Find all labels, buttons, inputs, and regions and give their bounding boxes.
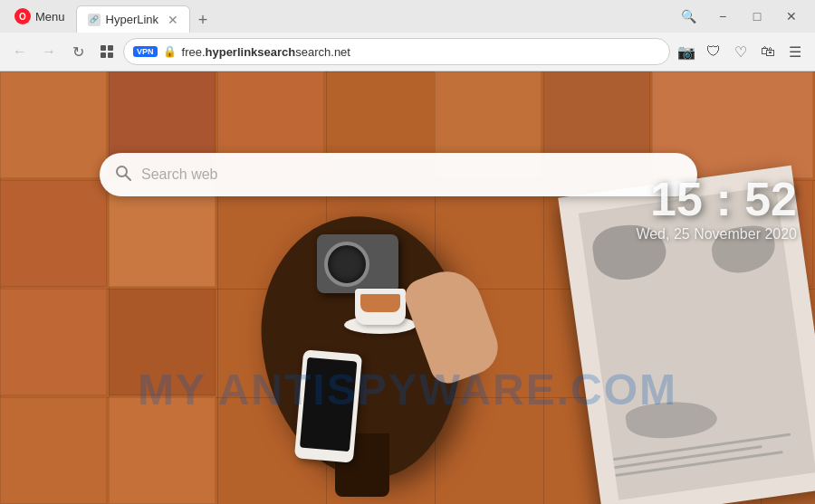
- search-placeholder[interactable]: Search web: [141, 166, 683, 183]
- browser-chrome: O Menu 🔗 HyperLink ✕ + 🔍 − □ ✕ ← → ↻: [0, 0, 815, 71]
- clock-date: Wed, 25 November 2020: [636, 226, 797, 242]
- address-bar: ← → ↻ VPN 🔒 free.hyperlinksearchsearch.n…: [0, 33, 815, 71]
- url-text: free.hyperlinksearchsearch.net: [182, 45, 660, 59]
- maximize-button[interactable]: □: [741, 0, 773, 33]
- forward-button[interactable]: →: [36, 39, 62, 64]
- camera-icon-button[interactable]: 📷: [674, 39, 699, 64]
- heart-icon-button[interactable]: ♡: [728, 39, 753, 64]
- phone-screen: [300, 357, 358, 452]
- toolbar-icons: 📷 🛡 ♡ 🛍 ☰: [674, 39, 808, 64]
- svg-rect-2: [101, 52, 106, 58]
- phone: [294, 349, 362, 462]
- opera-icon: O: [14, 8, 31, 24]
- tea-liquid: [360, 294, 400, 312]
- window-controls: 🔍 − □ ✕: [672, 0, 808, 33]
- active-tab[interactable]: 🔗 HyperLink ✕: [76, 5, 191, 33]
- title-bar: O Menu 🔗 HyperLink ✕ + 🔍 − □ ✕: [0, 0, 815, 33]
- reload-button[interactable]: ↻: [65, 39, 91, 64]
- opera-menu-button[interactable]: O Menu: [7, 5, 72, 28]
- search-overlay: Search web: [100, 153, 697, 196]
- new-tab-button[interactable]: +: [190, 7, 216, 33]
- tabs-area: 🔗 HyperLink ✕ +: [76, 0, 668, 33]
- tabs-overview-button[interactable]: [94, 39, 120, 64]
- lock-icon: 🔒: [163, 45, 177, 58]
- minimize-button[interactable]: −: [706, 0, 739, 33]
- svg-rect-3: [108, 52, 113, 58]
- clock-time: 15 : 52: [636, 176, 797, 223]
- search-bar[interactable]: Search web: [100, 153, 697, 196]
- close-button[interactable]: ✕: [775, 0, 808, 33]
- vpn-badge: VPN: [133, 46, 158, 57]
- page-content: MY ANTISPYWARE.COM Search web 15 : 52 We…: [0, 71, 815, 504]
- search-button[interactable]: 🔍: [672, 0, 705, 33]
- tab-favicon: 🔗: [88, 14, 101, 26]
- menu-label: Menu: [35, 10, 65, 24]
- shield-icon-button[interactable]: 🛡: [701, 39, 726, 64]
- tab-close-button[interactable]: ✕: [168, 14, 178, 26]
- tea-cup: [344, 316, 417, 334]
- camera: [317, 234, 398, 293]
- address-input[interactable]: VPN 🔒 free.hyperlinksearchsearch.net: [123, 38, 670, 65]
- svg-rect-0: [101, 45, 106, 51]
- svg-line-5: [126, 175, 131, 180]
- menu-icon-button[interactable]: ☰: [782, 39, 808, 64]
- search-icon: [114, 164, 132, 186]
- bag-icon-button[interactable]: 🛍: [755, 39, 781, 64]
- clock-overlay: 15 : 52 Wed, 25 November 2020: [636, 176, 797, 242]
- tab-title: HyperLink: [106, 13, 159, 26]
- back-button[interactable]: ←: [7, 39, 33, 64]
- svg-rect-1: [108, 45, 113, 51]
